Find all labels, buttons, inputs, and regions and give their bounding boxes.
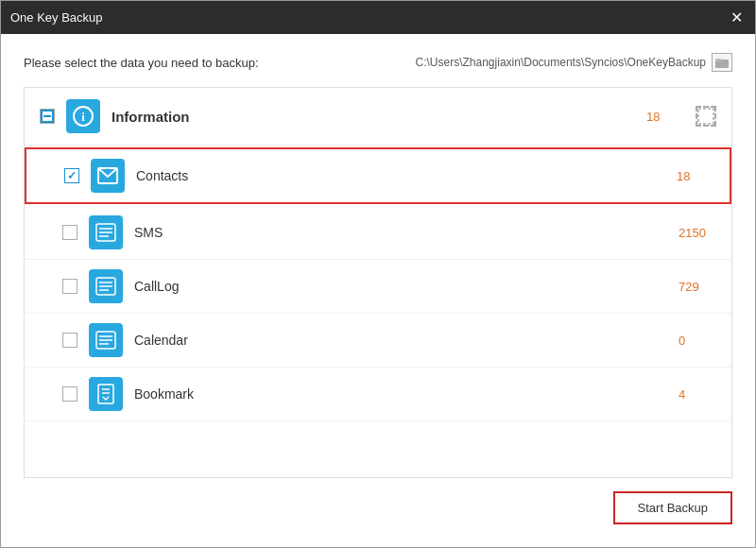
section-label: Information (112, 109, 635, 125)
svg-rect-1 (715, 59, 721, 61)
main-window: One Key Backup ✕ Please select the data … (0, 0, 756, 548)
calendar-label: Calendar (134, 333, 667, 348)
bookmark-count: 4 (679, 387, 716, 402)
bookmark-icon (89, 377, 123, 411)
close-button[interactable]: ✕ (727, 9, 746, 27)
envelope-icon (97, 167, 118, 184)
list-item: SMS 2150 (25, 206, 731, 260)
calendar-checkbox[interactable] (62, 333, 77, 348)
calllog-checkbox[interactable] (62, 279, 77, 294)
sms-label: SMS (134, 225, 667, 240)
bookmark-checkbox[interactable] (62, 386, 77, 402)
sms-list-icon (95, 223, 116, 242)
content-area: Please select the data you need to backu… (1, 34, 755, 547)
list-item: Calendar 0 (25, 314, 731, 368)
contacts-count: 18 (677, 169, 714, 183)
section-checkbox[interactable] (40, 109, 55, 124)
list-item: Contacts 18 (25, 147, 731, 204)
calendar-count: 0 (679, 334, 716, 348)
contacts-label: Contacts (136, 168, 665, 183)
calendar-list-icon (95, 331, 116, 350)
top-bar: Please select the data you need to backu… (24, 53, 732, 72)
list-item: CallLog 729 (25, 260, 731, 314)
info-icon: i (73, 106, 94, 127)
backup-list[interactable]: i Information 18 (24, 87, 732, 478)
svg-rect-6 (698, 109, 713, 124)
start-backup-button[interactable]: Start Backup (613, 491, 732, 524)
calllog-count: 729 (679, 280, 716, 294)
section-count: 18 (646, 110, 684, 124)
title-bar: One Key Backup ✕ (1, 1, 755, 34)
window-title: One Key Backup (10, 10, 103, 25)
folder-icon (715, 57, 729, 68)
contacts-icon (91, 159, 125, 193)
section-checkbox-icon (41, 110, 54, 123)
contacts-checkbox[interactable] (64, 168, 79, 183)
bottom-bar: Start Backup (24, 478, 732, 528)
calllog-label: CallLog (134, 279, 667, 294)
section-icon: i (66, 99, 100, 133)
section-header: i Information 18 (25, 88, 731, 146)
path-area: C:\Users\Zhangjiaxin\Documents\Syncios\O… (416, 53, 732, 72)
bookmark-label: Bookmark (134, 386, 667, 402)
calllog-list-icon (95, 277, 116, 296)
bookmark-list-icon (95, 384, 116, 404)
folder-button[interactable] (712, 53, 732, 72)
expand-icon[interactable] (696, 106, 716, 127)
calllog-icon (89, 269, 123, 303)
sms-checkbox[interactable] (62, 225, 77, 240)
backup-path: C:\Users\Zhangjiaxin\Documents\Syncios\O… (416, 56, 706, 69)
svg-text:i: i (81, 110, 85, 124)
list-item: Bookmark 4 (25, 368, 731, 421)
sms-icon (89, 215, 123, 249)
expand-dashed-icon (697, 108, 714, 125)
instruction-text: Please select the data you need to backu… (24, 56, 259, 70)
sms-count: 2150 (679, 226, 716, 240)
calendar-icon (89, 323, 123, 357)
